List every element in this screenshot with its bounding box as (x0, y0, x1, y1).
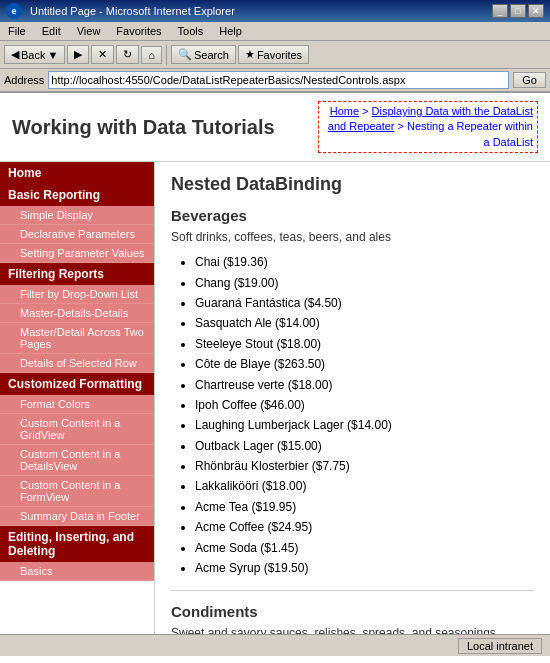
sidebar-section-filtering-reports[interactable]: Filtering Reports (0, 263, 154, 285)
sidebar-item-declarative-parameters[interactable]: Declarative Parameters (0, 225, 154, 244)
category-0-list: Chai ($19.36) Chang ($19.00) Guaraná Fan… (195, 252, 534, 578)
breadcrumb-sep1: > (362, 105, 371, 117)
list-item: Acme Coffee ($24.95) (195, 517, 534, 537)
page-title: Working with Data Tutorials (12, 116, 275, 139)
category-0-desc: Soft drinks, coffees, teas, beers, and a… (171, 230, 534, 244)
stop-button[interactable]: ✕ (91, 45, 114, 64)
title-bar: e Untitled Page - Microsoft Internet Exp… (0, 0, 550, 22)
breadcrumb-current: Nesting a Repeater within a DataList (407, 120, 533, 147)
list-item: Chartreuse verte ($18.00) (195, 375, 534, 395)
category-0-title: Beverages (171, 207, 534, 224)
sidebar-item-home[interactable]: Home (0, 162, 154, 184)
window-title: Untitled Page - Microsoft Internet Explo… (30, 5, 235, 17)
status-zone: Local intranet (458, 638, 542, 654)
address-label: Address (4, 74, 44, 86)
status-bar: Local intranet (0, 634, 550, 656)
address-bar: Address Go (0, 69, 550, 93)
menu-file[interactable]: File (0, 23, 34, 39)
list-item: Guaraná Fantástica ($4.50) (195, 293, 534, 313)
menu-help[interactable]: Help (211, 23, 250, 39)
sidebar-item-filter-dropdown[interactable]: Filter by Drop-Down List (0, 285, 154, 304)
back-dropdown-icon: ▼ (47, 49, 58, 61)
toolbar: ◀ Back ▼ ▶ ✕ ↻ ⌂ 🔍 Search ★ Favorites (0, 41, 550, 69)
close-button[interactable]: ✕ (528, 4, 544, 18)
list-item: Chai ($19.36) (195, 252, 534, 272)
list-item: Acme Tea ($19.95) (195, 497, 534, 517)
sidebar-item-setting-parameter-values[interactable]: Setting Parameter Values (0, 244, 154, 263)
sidebar-item-summary-data-footer[interactable]: Summary Data in Footer (0, 507, 154, 526)
refresh-button[interactable]: ↻ (116, 45, 139, 64)
sidebar-section-customized-formatting[interactable]: Customized Formatting (0, 373, 154, 395)
menu-favorites[interactable]: Favorites (108, 23, 169, 39)
list-item: Sasquatch Ale ($14.00) (195, 313, 534, 333)
sidebar-item-master-details[interactable]: Master-Details-Details (0, 304, 154, 323)
sidebar-section-basic-reporting[interactable]: Basic Reporting (0, 184, 154, 206)
sidebar-item-simple-display[interactable]: Simple Display (0, 206, 154, 225)
main-content: Nested DataBinding Beverages Soft drinks… (155, 162, 550, 634)
list-item: Laughing Lumberjack Lager ($14.00) (195, 415, 534, 435)
sidebar-item-custom-content-gridview[interactable]: Custom Content in a GridView (0, 414, 154, 445)
search-icon: 🔍 (178, 48, 192, 61)
address-input[interactable] (48, 71, 509, 89)
list-item: Ipoh Coffee ($46.00) (195, 395, 534, 415)
breadcrumb-sep2: > (398, 120, 407, 132)
breadcrumb-home-link[interactable]: Home (330, 105, 359, 117)
home-button[interactable]: ⌂ (141, 46, 162, 64)
sidebar-item-master-detail-two-pages[interactable]: Master/Detail Across Two Pages (0, 323, 154, 354)
sidebar-item-custom-content-detailsview[interactable]: Custom Content in a DetailsView (0, 445, 154, 476)
list-item: Lakkalikööri ($18.00) (195, 476, 534, 496)
window-controls[interactable]: _ □ ✕ (492, 4, 544, 18)
separator-1 (166, 45, 167, 65)
sidebar-item-custom-content-formview[interactable]: Custom Content in a FormView (0, 476, 154, 507)
category-1-desc: Sweet and savory sauces, relishes, sprea… (171, 626, 534, 634)
go-button[interactable]: Go (513, 72, 546, 88)
menu-edit[interactable]: Edit (34, 23, 69, 39)
menu-view[interactable]: View (69, 23, 109, 39)
favorites-button[interactable]: ★ Favorites (238, 45, 309, 64)
ie-logo-icon: e (6, 3, 22, 19)
list-item: Outback Lager ($15.00) (195, 436, 534, 456)
page-header: Working with Data Tutorials Home > Displ… (0, 93, 550, 162)
forward-button[interactable]: ▶ (67, 45, 89, 64)
sidebar-item-details-selected-row[interactable]: Details of Selected Row (0, 354, 154, 373)
maximize-button[interactable]: □ (510, 4, 526, 18)
favorites-icon: ★ (245, 48, 255, 61)
list-item: Chang ($19.00) (195, 273, 534, 293)
breadcrumb: Home > Displaying Data with the DataList… (318, 101, 538, 153)
sidebar-section-editing[interactable]: Editing, Inserting, and Deleting (0, 526, 154, 562)
menu-tools[interactable]: Tools (170, 23, 212, 39)
menu-bar: File Edit View Favorites Tools Help (0, 22, 550, 41)
list-item: Acme Syrup ($19.50) (195, 558, 534, 578)
search-button[interactable]: 🔍 Search (171, 45, 236, 64)
content-area: Home Basic Reporting Simple Display Decl… (0, 162, 550, 634)
content-title: Nested DataBinding (171, 174, 534, 195)
sidebar: Home Basic Reporting Simple Display Decl… (0, 162, 155, 634)
list-item: Rhönbräu Klosterbier ($7.75) (195, 456, 534, 476)
minimize-button[interactable]: _ (492, 4, 508, 18)
list-item: Côte de Blaye ($263.50) (195, 354, 534, 374)
list-item: Steeleye Stout ($18.00) (195, 334, 534, 354)
back-arrow-icon: ◀ (11, 48, 19, 61)
list-item: Acme Soda ($1.45) (195, 538, 534, 558)
category-1-title: Condiments (171, 603, 534, 620)
back-button[interactable]: ◀ Back ▼ (4, 45, 65, 64)
category-divider-1 (171, 590, 534, 591)
sidebar-item-format-colors[interactable]: Format Colors (0, 395, 154, 414)
page-container: Working with Data Tutorials Home > Displ… (0, 93, 550, 634)
sidebar-item-basics[interactable]: Basics (0, 562, 154, 581)
